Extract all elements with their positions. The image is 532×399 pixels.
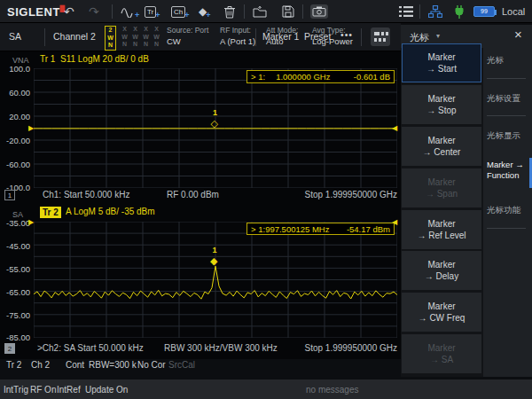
- marker-to-start-button[interactable]: Marker→ Start: [402, 43, 481, 82]
- preset-button[interactable]: Preset: [304, 31, 331, 42]
- ribbon-separator: [361, 28, 362, 46]
- panel-menu-separator: [487, 115, 526, 116]
- analyzer-window: SIGLENT▘ ↶ ↷ + Tr+ Ch+ ◆+: [0, 0, 532, 399]
- vna-rf-label: RF 0.00 dBm: [167, 190, 219, 200]
- source-field: Source: PortCW: [167, 26, 208, 46]
- network-icon[interactable]: [428, 0, 442, 23]
- vna-channel-box[interactable]: 1: [4, 190, 15, 200]
- rf-input-field: RF Input:A (Port 1): [220, 26, 255, 46]
- vna-start-label: Ch1: Start 50.000 kHz: [43, 190, 129, 200]
- screenshot-camera-icon[interactable]: [310, 0, 328, 23]
- marker-to-sa-button: Marker→ SA: [402, 334, 481, 373]
- bottom-status-bar: IntTrig RF On IntRef Update On no messag…: [0, 379, 532, 399]
- undo-icon[interactable]: ↶: [64, 0, 74, 23]
- panel-menu-separator: [487, 78, 526, 79]
- sa-marker-diamond[interactable]: ◆: [210, 256, 217, 266]
- sa-trace-end-arrow: ◀: [392, 219, 397, 226]
- local-remote-label[interactable]: Local: [502, 0, 525, 23]
- sa-ytick: -35.00: [0, 218, 30, 228]
- vna-marker-readout: > 1:1.000000 GHz-0.601 dB: [246, 70, 395, 83]
- ribbon-separator: [44, 28, 45, 46]
- sa-rbw-label: RBW 300 kHz/VBW 300 kHz: [164, 343, 278, 353]
- sa-trace-badge[interactable]: Tr 2: [40, 207, 61, 218]
- marker-to-center-button[interactable]: Marker→ Center: [402, 127, 481, 166]
- marker-to-ref-level-button[interactable]: Marker→ Ref Level: [402, 210, 481, 249]
- sa-plot[interactable]: [34, 222, 397, 338]
- status-rbw: RBW=300 k: [89, 360, 137, 378]
- status-inttrig: IntTrig: [4, 379, 28, 399]
- more-options-button[interactable]: •••: [340, 29, 353, 40]
- panel-menu-separator: [487, 228, 526, 229]
- sa-ytick: -55.00: [0, 264, 30, 274]
- menu-list-icon[interactable]: [399, 0, 413, 23]
- vna-marker-number: 1: [213, 108, 217, 117]
- add-marker-icon[interactable]: ◆+: [199, 0, 212, 23]
- marker-to-delay-button[interactable]: Marker→ Delay: [402, 251, 481, 290]
- vna-ytick: -60.00: [0, 160, 30, 169]
- panel-menu-marker-settings[interactable]: 光标设置: [487, 93, 531, 104]
- status-nocor: No Cor: [137, 360, 166, 378]
- panel-title-caret-icon[interactable]: ▾: [436, 32, 440, 40]
- redo-icon[interactable]: ↷: [89, 0, 99, 23]
- delete-icon[interactable]: [223, 0, 236, 23]
- sa-marker-number: 1: [212, 246, 216, 254]
- vna-marker-diamond[interactable]: ◇: [211, 119, 218, 129]
- panel-menu-marker-display[interactable]: 光标显示: [487, 130, 531, 141]
- sa-footer: 2 >Ch2: SA Start 50.000 kHz RBW 300 kHz/…: [0, 343, 401, 357]
- vna-ytick: -20.00: [0, 136, 30, 145]
- sa-ytick: -45.00: [0, 241, 30, 251]
- sa-ytick: -65.00: [0, 287, 30, 297]
- mode-selector[interactable]: SA: [9, 31, 21, 42]
- status-rf-on: RF On: [30, 379, 56, 399]
- channel-tab-active[interactable]: 2 W N: [105, 26, 116, 51]
- add-ch-icon[interactable]: Ch+: [171, 0, 191, 23]
- status-tr: Tr 2: [6, 360, 21, 378]
- sa-ytick: -85.00: [0, 332, 30, 342]
- sa-ytick: -75.00: [0, 310, 30, 320]
- sa-channel-box[interactable]: 2: [4, 343, 15, 354]
- marker-select-dropdown[interactable]: Marker 1: [262, 31, 299, 42]
- top-toolbar: SIGLENT▘ ↶ ↷ + Tr+ Ch+ ◆+: [0, 0, 532, 23]
- ribbon-separator: [255, 28, 256, 46]
- brand-text: SIGLENT: [7, 5, 60, 19]
- sa-trace-title[interactable]: A LogM 5 dB/ -35 dBm: [66, 207, 155, 216]
- panel-close-icon[interactable]: ×: [514, 27, 522, 41]
- brand-logo: SIGLENT▘: [7, 0, 69, 23]
- save-icon[interactable]: [282, 0, 294, 23]
- panel-title[interactable]: 光标: [410, 31, 429, 44]
- marker-to-span-button: Marker→ Span: [402, 168, 481, 207]
- status-ch: Ch 2: [31, 360, 50, 378]
- vna-stop-label: Stop 1.999950000 GHz: [304, 190, 397, 200]
- status-cont: Cont: [66, 360, 84, 378]
- status-intref: IntRef: [57, 379, 81, 399]
- vna-trace-start-arrow: ▶: [28, 125, 34, 132]
- sa-stop-label: Stop 1.999950000 GHz: [304, 343, 397, 353]
- marker-to-stop-button[interactable]: Marker→ Stop: [402, 85, 481, 124]
- message-area: no messages: [306, 379, 358, 399]
- channel-tab[interactable]: XWN: [151, 26, 162, 49]
- power-plug-icon: [454, 0, 465, 23]
- toolbar-separator: [244, 4, 245, 19]
- sa-trace-start-arrow: ▶: [28, 219, 34, 226]
- toolbar-separator: [112, 4, 113, 19]
- panel-menu-marker-functions[interactable]: 光标功能: [487, 205, 531, 215]
- toolbar-separator: [419, 4, 420, 19]
- apps-grid-icon[interactable]: [370, 27, 391, 51]
- sa-start-label: >Ch2: SA Start 50.000 kHz: [37, 343, 144, 353]
- vna-trace-end-arrow: ◀: [392, 125, 397, 132]
- vna-trace-title[interactable]: Tr 1 S11 LogM 20 dB/ 0 dB: [40, 54, 149, 64]
- status-update-on: Update On: [85, 379, 128, 399]
- status-srccal: SrcCal: [168, 360, 195, 378]
- vna-footer: 1 Ch1: Start 50.000 kHz RF 0.00 dBm Stop…: [0, 190, 401, 204]
- add-tr-icon[interactable]: Tr+: [145, 0, 161, 23]
- toolbar-separator: [302, 4, 303, 19]
- panel-menu-marker[interactable]: 光标: [487, 55, 531, 66]
- panel-menu-marker-function[interactable]: Marker → Function: [487, 160, 531, 181]
- open-file-icon[interactable]: [253, 0, 267, 23]
- marker-to-cw-freq-button[interactable]: Marker→ CW Freq: [402, 293, 481, 332]
- sa-marker-readout: > 1:997.500125 MHz-54.17 dBm: [246, 223, 395, 235]
- add-trace-wave-icon[interactable]: +: [121, 0, 140, 23]
- vna-ytick: 100.0: [0, 64, 30, 74]
- vna-ytick: 60.00: [0, 88, 30, 98]
- channel-label[interactable]: Channel 2: [53, 31, 96, 42]
